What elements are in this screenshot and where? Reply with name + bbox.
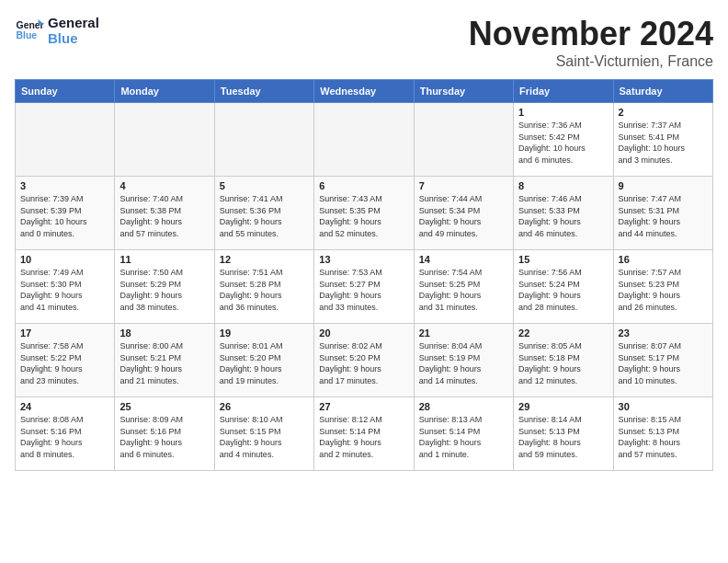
day-number: 28: [419, 401, 508, 412]
day-number: 18: [119, 327, 209, 339]
day-number: 15: [518, 254, 608, 265]
day-detail: Sunrise: 7:50 AM Sunset: 5:29 PM Dayligh…: [119, 267, 209, 313]
day-number: 26: [220, 401, 309, 412]
calendar-cell: [214, 103, 313, 177]
day-number: 22: [518, 327, 608, 339]
day-detail: Sunrise: 7:54 AM Sunset: 5:25 PM Dayligh…: [419, 267, 508, 313]
svg-text:Blue: Blue: [17, 30, 38, 40]
day-detail: Sunrise: 8:08 AM Sunset: 5:16 PM Dayligh…: [20, 414, 109, 460]
week-row-0: 1Sunrise: 7:36 AM Sunset: 5:42 PM Daylig…: [16, 103, 713, 177]
day-number: 1: [518, 107, 608, 118]
logo-blue: Blue: [48, 30, 99, 46]
day-number: 13: [319, 254, 408, 265]
weekday-header-saturday: Saturday: [613, 80, 712, 103]
day-number: 20: [319, 327, 408, 339]
day-detail: Sunrise: 8:00 AM Sunset: 5:21 PM Dayligh…: [119, 340, 209, 386]
week-row-3: 17Sunrise: 7:58 AM Sunset: 5:22 PM Dayli…: [16, 324, 713, 397]
day-number: 30: [619, 401, 708, 412]
calendar-cell: 21Sunrise: 8:04 AM Sunset: 5:19 PM Dayli…: [414, 324, 513, 397]
calendar-cell: 16Sunrise: 7:57 AM Sunset: 5:23 PM Dayli…: [613, 250, 712, 324]
calendar-cell: 15Sunrise: 7:56 AM Sunset: 5:24 PM Dayli…: [514, 250, 613, 324]
day-number: 6: [319, 180, 408, 191]
calendar-cell: 1Sunrise: 7:36 AM Sunset: 5:42 PM Daylig…: [514, 103, 613, 177]
day-detail: Sunrise: 8:07 AM Sunset: 5:17 PM Dayligh…: [619, 340, 708, 386]
day-detail: Sunrise: 7:36 AM Sunset: 5:42 PM Dayligh…: [518, 120, 608, 166]
day-detail: Sunrise: 7:56 AM Sunset: 5:24 PM Dayligh…: [518, 267, 608, 313]
weekday-header-thursday: Thursday: [414, 80, 513, 103]
day-number: 9: [619, 180, 708, 191]
weekday-header-tuesday: Tuesday: [214, 80, 313, 103]
location-title: Saint-Victurnien, France: [469, 53, 713, 70]
day-detail: Sunrise: 7:49 AM Sunset: 5:30 PM Dayligh…: [20, 267, 109, 313]
day-detail: Sunrise: 8:10 AM Sunset: 5:15 PM Dayligh…: [220, 414, 309, 460]
day-detail: Sunrise: 7:53 AM Sunset: 5:27 PM Dayligh…: [319, 267, 408, 313]
calendar-cell: 30Sunrise: 8:15 AM Sunset: 5:13 PM Dayli…: [613, 397, 712, 471]
day-detail: Sunrise: 8:05 AM Sunset: 5:18 PM Dayligh…: [518, 340, 608, 386]
calendar-cell: 28Sunrise: 8:13 AM Sunset: 5:14 PM Dayli…: [414, 397, 513, 471]
day-number: 21: [419, 327, 508, 339]
calendar-cell: 17Sunrise: 7:58 AM Sunset: 5:22 PM Dayli…: [16, 324, 115, 397]
logo: General Blue General Blue: [15, 15, 99, 46]
day-detail: Sunrise: 7:47 AM Sunset: 5:31 PM Dayligh…: [619, 193, 708, 239]
day-number: 27: [319, 401, 408, 412]
weekday-header-friday: Friday: [514, 80, 613, 103]
logo-general: General: [48, 15, 99, 30]
day-detail: Sunrise: 8:01 AM Sunset: 5:20 PM Dayligh…: [220, 340, 309, 386]
week-row-4: 24Sunrise: 8:08 AM Sunset: 5:16 PM Dayli…: [16, 397, 713, 471]
calendar-cell: 10Sunrise: 7:49 AM Sunset: 5:30 PM Dayli…: [16, 250, 115, 324]
day-detail: Sunrise: 7:41 AM Sunset: 5:36 PM Dayligh…: [220, 193, 309, 239]
day-number: 25: [119, 401, 209, 412]
day-number: 5: [220, 180, 309, 191]
weekday-header-row: SundayMondayTuesdayWednesdayThursdayFrid…: [16, 80, 713, 103]
calendar-table: SundayMondayTuesdayWednesdayThursdayFrid…: [15, 79, 713, 471]
calendar-cell: 29Sunrise: 8:14 AM Sunset: 5:13 PM Dayli…: [514, 397, 613, 471]
day-number: 12: [220, 254, 309, 265]
calendar-cell: [16, 103, 115, 177]
calendar-cell: 25Sunrise: 8:09 AM Sunset: 5:16 PM Dayli…: [115, 397, 214, 471]
calendar-cell: 3Sunrise: 7:39 AM Sunset: 5:39 PM Daylig…: [16, 177, 115, 250]
weekday-header-wednesday: Wednesday: [314, 80, 414, 103]
day-detail: Sunrise: 8:14 AM Sunset: 5:13 PM Dayligh…: [518, 414, 608, 460]
header: General Blue General Blue November 2024 …: [15, 15, 713, 70]
calendar-cell: 11Sunrise: 7:50 AM Sunset: 5:29 PM Dayli…: [115, 250, 214, 324]
day-detail: Sunrise: 7:39 AM Sunset: 5:39 PM Dayligh…: [20, 193, 109, 239]
day-detail: Sunrise: 8:12 AM Sunset: 5:14 PM Dayligh…: [319, 414, 408, 460]
calendar-cell: 13Sunrise: 7:53 AM Sunset: 5:27 PM Dayli…: [314, 250, 414, 324]
weekday-header-sunday: Sunday: [16, 80, 115, 103]
day-number: 7: [419, 180, 508, 191]
calendar-cell: [115, 103, 214, 177]
day-detail: Sunrise: 8:02 AM Sunset: 5:20 PM Dayligh…: [319, 340, 408, 386]
day-number: 29: [518, 401, 608, 412]
day-number: 24: [20, 401, 109, 412]
calendar-cell: 9Sunrise: 7:47 AM Sunset: 5:31 PM Daylig…: [613, 177, 712, 250]
day-detail: Sunrise: 8:15 AM Sunset: 5:13 PM Dayligh…: [619, 414, 708, 460]
day-number: 2: [619, 107, 708, 118]
week-row-2: 10Sunrise: 7:49 AM Sunset: 5:30 PM Dayli…: [16, 250, 713, 324]
month-title: November 2024: [469, 15, 713, 53]
day-detail: Sunrise: 8:13 AM Sunset: 5:14 PM Dayligh…: [419, 414, 508, 460]
title-block: November 2024 Saint-Victurnien, France: [469, 15, 713, 70]
calendar-cell: 26Sunrise: 8:10 AM Sunset: 5:15 PM Dayli…: [214, 397, 313, 471]
day-detail: Sunrise: 7:43 AM Sunset: 5:35 PM Dayligh…: [319, 193, 408, 239]
calendar-cell: 4Sunrise: 7:40 AM Sunset: 5:38 PM Daylig…: [115, 177, 214, 250]
day-number: 10: [20, 254, 109, 265]
calendar-cell: 14Sunrise: 7:54 AM Sunset: 5:25 PM Dayli…: [414, 250, 513, 324]
day-number: 19: [220, 327, 309, 339]
logo-icon: General Blue: [15, 16, 44, 45]
week-row-1: 3Sunrise: 7:39 AM Sunset: 5:39 PM Daylig…: [16, 177, 713, 250]
day-detail: Sunrise: 7:58 AM Sunset: 5:22 PM Dayligh…: [20, 340, 109, 386]
calendar-cell: 22Sunrise: 8:05 AM Sunset: 5:18 PM Dayli…: [514, 324, 613, 397]
day-detail: Sunrise: 7:37 AM Sunset: 5:41 PM Dayligh…: [619, 120, 708, 166]
day-number: 8: [518, 180, 608, 191]
calendar-cell: 12Sunrise: 7:51 AM Sunset: 5:28 PM Dayli…: [214, 250, 313, 324]
day-detail: Sunrise: 7:46 AM Sunset: 5:33 PM Dayligh…: [518, 193, 608, 239]
calendar-cell: [414, 103, 513, 177]
day-number: 4: [119, 180, 209, 191]
calendar-cell: 19Sunrise: 8:01 AM Sunset: 5:20 PM Dayli…: [214, 324, 313, 397]
calendar-cell: 20Sunrise: 8:02 AM Sunset: 5:20 PM Dayli…: [314, 324, 414, 397]
day-number: 17: [20, 327, 109, 339]
day-detail: Sunrise: 7:44 AM Sunset: 5:34 PM Dayligh…: [419, 193, 508, 239]
calendar-cell: 24Sunrise: 8:08 AM Sunset: 5:16 PM Dayli…: [16, 397, 115, 471]
day-number: 11: [119, 254, 209, 265]
day-number: 14: [419, 254, 508, 265]
